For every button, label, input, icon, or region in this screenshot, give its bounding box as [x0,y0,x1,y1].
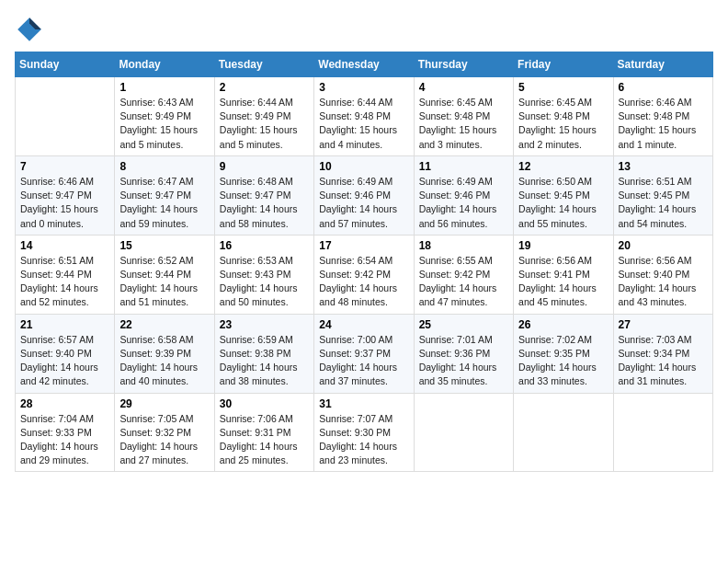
col-header-saturday: Saturday [613,52,712,77]
calendar-cell: 21Sunrise: 6:57 AM Sunset: 9:40 PM Dayli… [16,314,115,393]
calendar-cell: 12Sunrise: 6:50 AM Sunset: 9:45 PM Dayli… [514,155,613,235]
calendar-cell: 3Sunrise: 6:44 AM Sunset: 9:48 PM Daylig… [314,77,414,156]
calendar-cell: 23Sunrise: 6:59 AM Sunset: 9:38 PM Dayli… [214,314,313,393]
calendar-cell: 28Sunrise: 7:04 AM Sunset: 9:33 PM Dayli… [16,393,115,472]
calendar-cell: 11Sunrise: 6:49 AM Sunset: 9:46 PM Dayli… [414,155,513,235]
day-number: 9 [220,160,309,173]
calendar-cell [414,393,513,472]
day-number: 22 [119,318,209,331]
calendar-cell: 5Sunrise: 6:45 AM Sunset: 9:48 PM Daylig… [514,77,613,156]
calendar-cell: 29Sunrise: 7:05 AM Sunset: 9:32 PM Dayli… [115,393,214,472]
day-info: Sunrise: 6:50 AM Sunset: 9:45 PM Dayligh… [518,175,608,231]
calendar-cell: 30Sunrise: 7:06 AM Sunset: 9:31 PM Dayli… [214,393,313,472]
calendar-cell: 18Sunrise: 6:55 AM Sunset: 9:42 PM Dayli… [414,235,513,314]
day-info: Sunrise: 6:44 AM Sunset: 9:48 PM Dayligh… [319,96,408,152]
day-info: Sunrise: 6:51 AM Sunset: 9:45 PM Dayligh… [619,175,708,231]
calendar-cell: 16Sunrise: 6:53 AM Sunset: 9:43 PM Dayli… [214,235,313,314]
day-info: Sunrise: 7:01 AM Sunset: 9:36 PM Dayligh… [419,333,508,389]
calendar-cell: 9Sunrise: 6:48 AM Sunset: 9:47 PM Daylig… [214,155,313,235]
calendar-cell [16,77,115,156]
day-number: 10 [319,160,408,173]
day-number: 25 [419,318,508,331]
calendar-cell: 1Sunrise: 6:43 AM Sunset: 9:49 PM Daylig… [115,77,214,156]
calendar-cell: 25Sunrise: 7:01 AM Sunset: 9:36 PM Dayli… [414,314,513,393]
day-info: Sunrise: 6:46 AM Sunset: 9:48 PM Dayligh… [619,96,708,152]
day-number: 6 [619,81,708,94]
day-info: Sunrise: 6:56 AM Sunset: 9:41 PM Dayligh… [518,254,608,310]
calendar-cell: 20Sunrise: 6:56 AM Sunset: 9:40 PM Dayli… [613,235,712,314]
day-info: Sunrise: 6:52 AM Sunset: 9:44 PM Dayligh… [119,254,209,310]
calendar-cell: 2Sunrise: 6:44 AM Sunset: 9:49 PM Daylig… [214,77,313,156]
col-header-sunday: Sunday [16,52,115,77]
day-info: Sunrise: 7:00 AM Sunset: 9:37 PM Dayligh… [319,333,408,389]
day-info: Sunrise: 7:07 AM Sunset: 9:30 PM Dayligh… [319,412,408,468]
day-info: Sunrise: 6:58 AM Sunset: 9:39 PM Dayligh… [119,333,209,389]
day-info: Sunrise: 6:44 AM Sunset: 9:49 PM Dayligh… [220,96,309,152]
day-number: 11 [419,160,508,173]
calendar-cell: 17Sunrise: 6:54 AM Sunset: 9:42 PM Dayli… [314,235,414,314]
day-info: Sunrise: 6:53 AM Sunset: 9:43 PM Dayligh… [220,254,309,310]
day-number: 3 [319,81,408,94]
col-header-friday: Friday [514,52,613,77]
calendar-cell: 14Sunrise: 6:51 AM Sunset: 9:44 PM Dayli… [16,235,115,314]
day-info: Sunrise: 6:49 AM Sunset: 9:46 PM Dayligh… [419,175,508,231]
day-info: Sunrise: 7:02 AM Sunset: 9:35 PM Dayligh… [518,333,608,389]
col-header-wednesday: Wednesday [314,52,414,77]
logo-icon [15,15,44,44]
col-header-monday: Monday [115,52,214,77]
col-header-thursday: Thursday [414,52,513,77]
day-info: Sunrise: 6:57 AM Sunset: 9:40 PM Dayligh… [20,333,109,389]
day-number: 15 [119,239,209,252]
day-number: 4 [419,81,508,94]
day-info: Sunrise: 6:45 AM Sunset: 9:48 PM Dayligh… [419,96,508,152]
day-number: 18 [419,239,508,252]
day-info: Sunrise: 7:06 AM Sunset: 9:31 PM Dayligh… [220,412,309,468]
day-number: 17 [319,239,408,252]
day-info: Sunrise: 6:46 AM Sunset: 9:47 PM Dayligh… [20,175,109,231]
day-info: Sunrise: 6:48 AM Sunset: 9:47 PM Dayligh… [220,175,309,231]
day-number: 20 [619,239,708,252]
day-info: Sunrise: 6:45 AM Sunset: 9:48 PM Dayligh… [518,96,608,152]
calendar-cell: 15Sunrise: 6:52 AM Sunset: 9:44 PM Dayli… [115,235,214,314]
day-number: 27 [619,318,708,331]
day-number: 7 [20,160,109,173]
day-number: 23 [220,318,309,331]
calendar-cell: 27Sunrise: 7:03 AM Sunset: 9:34 PM Dayli… [613,314,712,393]
day-info: Sunrise: 7:03 AM Sunset: 9:34 PM Dayligh… [619,333,708,389]
calendar-cell: 7Sunrise: 6:46 AM Sunset: 9:47 PM Daylig… [16,155,115,235]
day-number: 2 [220,81,309,94]
day-number: 26 [518,318,608,331]
day-number: 29 [119,397,209,410]
day-info: Sunrise: 7:05 AM Sunset: 9:32 PM Dayligh… [119,412,209,468]
day-number: 16 [220,239,309,252]
calendar-cell: 26Sunrise: 7:02 AM Sunset: 9:35 PM Dayli… [514,314,613,393]
day-info: Sunrise: 6:43 AM Sunset: 9:49 PM Dayligh… [119,96,209,152]
day-info: Sunrise: 6:49 AM Sunset: 9:46 PM Dayligh… [319,175,408,231]
calendar-cell: 10Sunrise: 6:49 AM Sunset: 9:46 PM Dayli… [314,155,414,235]
calendar-cell: 13Sunrise: 6:51 AM Sunset: 9:45 PM Dayli… [613,155,712,235]
calendar-cell: 19Sunrise: 6:56 AM Sunset: 9:41 PM Dayli… [514,235,613,314]
day-number: 31 [319,397,408,410]
day-number: 8 [119,160,209,173]
day-info: Sunrise: 6:56 AM Sunset: 9:40 PM Dayligh… [619,254,708,310]
day-number: 24 [319,318,408,331]
page-header [15,15,713,44]
calendar-cell: 22Sunrise: 6:58 AM Sunset: 9:39 PM Dayli… [115,314,214,393]
day-number: 21 [20,318,109,331]
day-number: 12 [518,160,608,173]
day-info: Sunrise: 6:55 AM Sunset: 9:42 PM Dayligh… [419,254,508,310]
calendar-cell: 6Sunrise: 6:46 AM Sunset: 9:48 PM Daylig… [613,77,712,156]
day-number: 5 [518,81,608,94]
day-number: 1 [119,81,209,94]
logo [15,15,48,44]
day-number: 30 [220,397,309,410]
calendar-cell: 8Sunrise: 6:47 AM Sunset: 9:47 PM Daylig… [115,155,214,235]
day-info: Sunrise: 7:04 AM Sunset: 9:33 PM Dayligh… [20,412,109,468]
calendar-cell: 31Sunrise: 7:07 AM Sunset: 9:30 PM Dayli… [314,393,414,472]
day-info: Sunrise: 6:59 AM Sunset: 9:38 PM Dayligh… [220,333,309,389]
calendar-cell: 24Sunrise: 7:00 AM Sunset: 9:37 PM Dayli… [314,314,414,393]
calendar-cell [514,393,613,472]
calendar-cell: 4Sunrise: 6:45 AM Sunset: 9:48 PM Daylig… [414,77,513,156]
day-number: 28 [20,397,109,410]
calendar-cell [613,393,712,472]
